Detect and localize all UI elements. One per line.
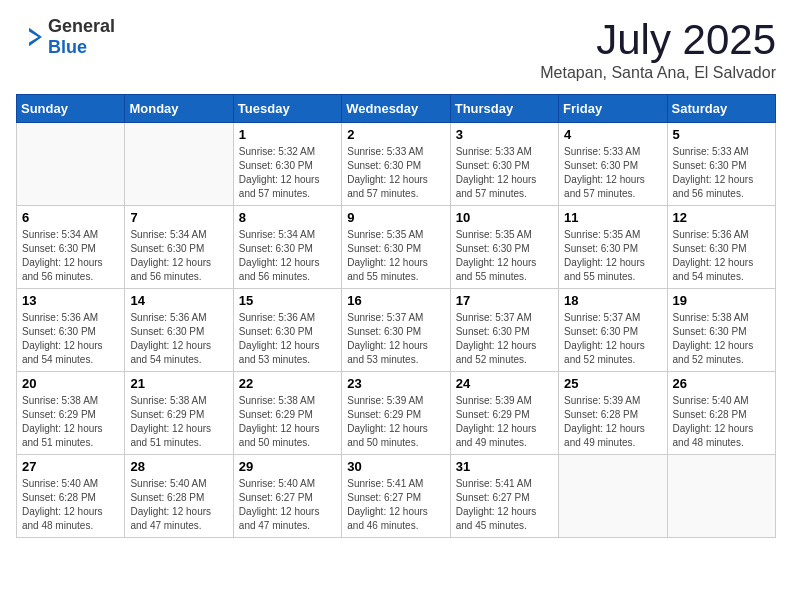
day-info: Sunrise: 5:38 AMSunset: 6:29 PMDaylight:… bbox=[22, 394, 119, 450]
day-number: 16 bbox=[347, 293, 444, 308]
day-number: 26 bbox=[673, 376, 770, 391]
calendar-cell: 7Sunrise: 5:34 AMSunset: 6:30 PMDaylight… bbox=[125, 206, 233, 289]
day-number: 7 bbox=[130, 210, 227, 225]
day-number: 8 bbox=[239, 210, 336, 225]
logo-icon bbox=[16, 26, 44, 48]
day-number: 2 bbox=[347, 127, 444, 142]
day-info: Sunrise: 5:35 AMSunset: 6:30 PMDaylight:… bbox=[564, 228, 661, 284]
calendar-cell: 31Sunrise: 5:41 AMSunset: 6:27 PMDayligh… bbox=[450, 455, 558, 538]
day-number: 9 bbox=[347, 210, 444, 225]
day-number: 14 bbox=[130, 293, 227, 308]
calendar-cell: 24Sunrise: 5:39 AMSunset: 6:29 PMDayligh… bbox=[450, 372, 558, 455]
day-number: 31 bbox=[456, 459, 553, 474]
day-info: Sunrise: 5:40 AMSunset: 6:28 PMDaylight:… bbox=[22, 477, 119, 533]
day-number: 13 bbox=[22, 293, 119, 308]
calendar-cell: 5Sunrise: 5:33 AMSunset: 6:30 PMDaylight… bbox=[667, 123, 775, 206]
day-info: Sunrise: 5:34 AMSunset: 6:30 PMDaylight:… bbox=[239, 228, 336, 284]
calendar-cell: 27Sunrise: 5:40 AMSunset: 6:28 PMDayligh… bbox=[17, 455, 125, 538]
day-number: 20 bbox=[22, 376, 119, 391]
calendar-cell bbox=[559, 455, 667, 538]
day-info: Sunrise: 5:33 AMSunset: 6:30 PMDaylight:… bbox=[347, 145, 444, 201]
day-number: 6 bbox=[22, 210, 119, 225]
day-number: 28 bbox=[130, 459, 227, 474]
location-title: Metapan, Santa Ana, El Salvador bbox=[540, 64, 776, 82]
day-info: Sunrise: 5:40 AMSunset: 6:27 PMDaylight:… bbox=[239, 477, 336, 533]
day-number: 25 bbox=[564, 376, 661, 391]
calendar-cell: 30Sunrise: 5:41 AMSunset: 6:27 PMDayligh… bbox=[342, 455, 450, 538]
calendar-cell bbox=[667, 455, 775, 538]
calendar-cell: 11Sunrise: 5:35 AMSunset: 6:30 PMDayligh… bbox=[559, 206, 667, 289]
calendar-week-row: 13Sunrise: 5:36 AMSunset: 6:30 PMDayligh… bbox=[17, 289, 776, 372]
day-number: 3 bbox=[456, 127, 553, 142]
calendar-cell: 12Sunrise: 5:36 AMSunset: 6:30 PMDayligh… bbox=[667, 206, 775, 289]
day-info: Sunrise: 5:39 AMSunset: 6:29 PMDaylight:… bbox=[347, 394, 444, 450]
calendar-cell: 10Sunrise: 5:35 AMSunset: 6:30 PMDayligh… bbox=[450, 206, 558, 289]
day-info: Sunrise: 5:32 AMSunset: 6:30 PMDaylight:… bbox=[239, 145, 336, 201]
day-number: 30 bbox=[347, 459, 444, 474]
calendar-week-row: 20Sunrise: 5:38 AMSunset: 6:29 PMDayligh… bbox=[17, 372, 776, 455]
calendar-cell bbox=[17, 123, 125, 206]
weekday-header: Monday bbox=[125, 95, 233, 123]
day-number: 11 bbox=[564, 210, 661, 225]
day-number: 10 bbox=[456, 210, 553, 225]
calendar-cell: 19Sunrise: 5:38 AMSunset: 6:30 PMDayligh… bbox=[667, 289, 775, 372]
calendar-cell: 23Sunrise: 5:39 AMSunset: 6:29 PMDayligh… bbox=[342, 372, 450, 455]
logo: General Blue bbox=[16, 16, 115, 58]
calendar-cell: 15Sunrise: 5:36 AMSunset: 6:30 PMDayligh… bbox=[233, 289, 341, 372]
day-info: Sunrise: 5:38 AMSunset: 6:29 PMDaylight:… bbox=[239, 394, 336, 450]
month-title: July 2025 bbox=[540, 16, 776, 64]
day-number: 12 bbox=[673, 210, 770, 225]
day-info: Sunrise: 5:34 AMSunset: 6:30 PMDaylight:… bbox=[22, 228, 119, 284]
day-number: 24 bbox=[456, 376, 553, 391]
calendar-header-row: SundayMondayTuesdayWednesdayThursdayFrid… bbox=[17, 95, 776, 123]
calendar-cell: 6Sunrise: 5:34 AMSunset: 6:30 PMDaylight… bbox=[17, 206, 125, 289]
weekday-header: Thursday bbox=[450, 95, 558, 123]
day-info: Sunrise: 5:38 AMSunset: 6:30 PMDaylight:… bbox=[673, 311, 770, 367]
day-info: Sunrise: 5:40 AMSunset: 6:28 PMDaylight:… bbox=[673, 394, 770, 450]
day-info: Sunrise: 5:36 AMSunset: 6:30 PMDaylight:… bbox=[22, 311, 119, 367]
day-info: Sunrise: 5:33 AMSunset: 6:30 PMDaylight:… bbox=[564, 145, 661, 201]
calendar-cell: 18Sunrise: 5:37 AMSunset: 6:30 PMDayligh… bbox=[559, 289, 667, 372]
day-info: Sunrise: 5:37 AMSunset: 6:30 PMDaylight:… bbox=[456, 311, 553, 367]
day-info: Sunrise: 5:39 AMSunset: 6:28 PMDaylight:… bbox=[564, 394, 661, 450]
weekday-header: Wednesday bbox=[342, 95, 450, 123]
day-number: 27 bbox=[22, 459, 119, 474]
day-info: Sunrise: 5:37 AMSunset: 6:30 PMDaylight:… bbox=[564, 311, 661, 367]
calendar-cell: 22Sunrise: 5:38 AMSunset: 6:29 PMDayligh… bbox=[233, 372, 341, 455]
calendar-cell: 9Sunrise: 5:35 AMSunset: 6:30 PMDaylight… bbox=[342, 206, 450, 289]
day-number: 19 bbox=[673, 293, 770, 308]
day-number: 5 bbox=[673, 127, 770, 142]
day-number: 1 bbox=[239, 127, 336, 142]
calendar-week-row: 1Sunrise: 5:32 AMSunset: 6:30 PMDaylight… bbox=[17, 123, 776, 206]
weekday-header: Friday bbox=[559, 95, 667, 123]
day-number: 21 bbox=[130, 376, 227, 391]
calendar-week-row: 27Sunrise: 5:40 AMSunset: 6:28 PMDayligh… bbox=[17, 455, 776, 538]
day-info: Sunrise: 5:41 AMSunset: 6:27 PMDaylight:… bbox=[347, 477, 444, 533]
day-number: 29 bbox=[239, 459, 336, 474]
calendar-cell bbox=[125, 123, 233, 206]
calendar-week-row: 6Sunrise: 5:34 AMSunset: 6:30 PMDaylight… bbox=[17, 206, 776, 289]
calendar-cell: 13Sunrise: 5:36 AMSunset: 6:30 PMDayligh… bbox=[17, 289, 125, 372]
calendar-cell: 14Sunrise: 5:36 AMSunset: 6:30 PMDayligh… bbox=[125, 289, 233, 372]
calendar-cell: 29Sunrise: 5:40 AMSunset: 6:27 PMDayligh… bbox=[233, 455, 341, 538]
calendar-cell: 1Sunrise: 5:32 AMSunset: 6:30 PMDaylight… bbox=[233, 123, 341, 206]
calendar-cell: 2Sunrise: 5:33 AMSunset: 6:30 PMDaylight… bbox=[342, 123, 450, 206]
day-info: Sunrise: 5:36 AMSunset: 6:30 PMDaylight:… bbox=[673, 228, 770, 284]
title-block: July 2025 Metapan, Santa Ana, El Salvado… bbox=[540, 16, 776, 82]
day-info: Sunrise: 5:35 AMSunset: 6:30 PMDaylight:… bbox=[347, 228, 444, 284]
day-info: Sunrise: 5:37 AMSunset: 6:30 PMDaylight:… bbox=[347, 311, 444, 367]
calendar-cell: 16Sunrise: 5:37 AMSunset: 6:30 PMDayligh… bbox=[342, 289, 450, 372]
day-info: Sunrise: 5:33 AMSunset: 6:30 PMDaylight:… bbox=[673, 145, 770, 201]
weekday-header: Tuesday bbox=[233, 95, 341, 123]
day-info: Sunrise: 5:35 AMSunset: 6:30 PMDaylight:… bbox=[456, 228, 553, 284]
day-info: Sunrise: 5:39 AMSunset: 6:29 PMDaylight:… bbox=[456, 394, 553, 450]
page-header: General Blue July 2025 Metapan, Santa An… bbox=[16, 16, 776, 82]
weekday-header: Saturday bbox=[667, 95, 775, 123]
day-number: 17 bbox=[456, 293, 553, 308]
calendar-cell: 20Sunrise: 5:38 AMSunset: 6:29 PMDayligh… bbox=[17, 372, 125, 455]
day-info: Sunrise: 5:36 AMSunset: 6:30 PMDaylight:… bbox=[239, 311, 336, 367]
weekday-header: Sunday bbox=[17, 95, 125, 123]
calendar-cell: 26Sunrise: 5:40 AMSunset: 6:28 PMDayligh… bbox=[667, 372, 775, 455]
day-number: 15 bbox=[239, 293, 336, 308]
day-info: Sunrise: 5:33 AMSunset: 6:30 PMDaylight:… bbox=[456, 145, 553, 201]
